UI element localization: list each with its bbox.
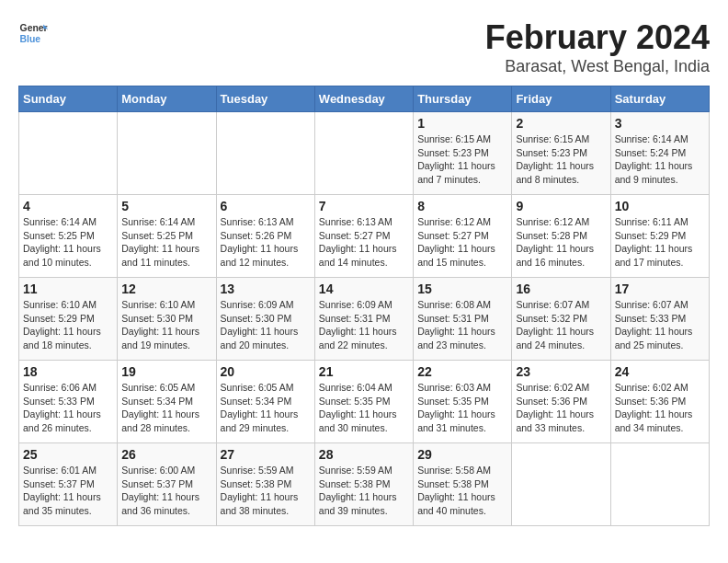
day-number: 7 — [319, 199, 409, 213]
day-cell: 25Sunrise: 6:01 AM Sunset: 5:37 PM Dayli… — [19, 443, 118, 526]
day-number: 12 — [121, 282, 211, 296]
day-number: 14 — [319, 282, 409, 296]
day-number: 11 — [23, 282, 113, 296]
header-cell-tuesday: Tuesday — [216, 86, 314, 112]
day-cell: 15Sunrise: 6:08 AM Sunset: 5:31 PM Dayli… — [414, 278, 512, 361]
day-number: 20 — [221, 364, 311, 379]
header-cell-friday: Friday — [512, 86, 610, 112]
day-cell — [610, 443, 709, 526]
day-number: 4 — [23, 199, 113, 213]
day-info: Sunrise: 5:59 AM Sunset: 5:38 PM Dayligh… — [319, 464, 409, 518]
calendar-header: SundayMondayTuesdayWednesdayThursdayFrid… — [19, 86, 710, 112]
day-number: 22 — [417, 364, 507, 379]
header-row: SundayMondayTuesdayWednesdayThursdayFrid… — [19, 86, 710, 112]
day-number: 15 — [417, 282, 507, 296]
day-info: Sunrise: 6:13 AM Sunset: 5:26 PM Dayligh… — [221, 215, 311, 270]
week-row-1: 1Sunrise: 6:15 AM Sunset: 5:23 PM Daylig… — [19, 112, 710, 195]
calendar-body: 1Sunrise: 6:15 AM Sunset: 5:23 PM Daylig… — [19, 112, 710, 526]
day-cell: 18Sunrise: 6:06 AM Sunset: 5:33 PM Dayli… — [19, 361, 118, 443]
day-info: Sunrise: 6:05 AM Sunset: 5:34 PM Dayligh… — [121, 381, 211, 435]
day-info: Sunrise: 6:01 AM Sunset: 5:37 PM Dayligh… — [23, 464, 113, 518]
day-info: Sunrise: 6:12 AM Sunset: 5:27 PM Dayligh… — [417, 215, 507, 270]
header-cell-monday: Monday — [118, 86, 216, 112]
day-cell: 20Sunrise: 6:05 AM Sunset: 5:34 PM Dayli… — [216, 361, 314, 443]
day-cell: 12Sunrise: 6:10 AM Sunset: 5:30 PM Dayli… — [118, 278, 216, 361]
day-number: 3 — [615, 116, 705, 131]
day-number: 9 — [516, 199, 606, 213]
day-cell: 16Sunrise: 6:07 AM Sunset: 5:32 PM Dayli… — [512, 278, 610, 361]
title-block: February 2024 Barasat, West Bengal, Indi… — [485, 18, 710, 76]
day-cell: 22Sunrise: 6:03 AM Sunset: 5:35 PM Dayli… — [414, 361, 512, 443]
day-cell: 2Sunrise: 6:15 AM Sunset: 5:23 PM Daylig… — [512, 112, 610, 195]
day-number: 17 — [615, 282, 705, 296]
day-info: Sunrise: 6:11 AM Sunset: 5:29 PM Dayligh… — [615, 215, 705, 270]
day-info: Sunrise: 6:02 AM Sunset: 5:36 PM Dayligh… — [516, 381, 606, 435]
day-number: 16 — [516, 282, 606, 296]
day-cell: 10Sunrise: 6:11 AM Sunset: 5:29 PM Dayli… — [610, 195, 709, 278]
week-row-3: 11Sunrise: 6:10 AM Sunset: 5:29 PM Dayli… — [19, 278, 710, 361]
day-cell: 5Sunrise: 6:14 AM Sunset: 5:25 PM Daylig… — [118, 195, 216, 278]
day-info: Sunrise: 6:15 AM Sunset: 5:23 PM Dayligh… — [417, 132, 507, 187]
day-info: Sunrise: 6:03 AM Sunset: 5:35 PM Dayligh… — [417, 381, 507, 435]
day-number: 6 — [221, 199, 311, 213]
day-cell: 17Sunrise: 6:07 AM Sunset: 5:33 PM Dayli… — [610, 278, 709, 361]
logo-icon: General Blue — [18, 18, 48, 48]
day-cell: 6Sunrise: 6:13 AM Sunset: 5:26 PM Daylig… — [216, 195, 314, 278]
header-cell-saturday: Saturday — [610, 86, 709, 112]
day-cell — [118, 112, 216, 195]
day-number: 27 — [221, 447, 311, 462]
day-number: 25 — [23, 447, 113, 462]
day-info: Sunrise: 6:06 AM Sunset: 5:33 PM Dayligh… — [23, 381, 113, 435]
day-cell: 3Sunrise: 6:14 AM Sunset: 5:24 PM Daylig… — [610, 112, 709, 195]
header: General Blue February 2024 Barasat, West… — [18, 18, 710, 76]
day-number: 10 — [615, 199, 705, 213]
subtitle: Barasat, West Bengal, India — [485, 57, 710, 76]
week-row-4: 18Sunrise: 6:06 AM Sunset: 5:33 PM Dayli… — [19, 361, 710, 443]
week-row-2: 4Sunrise: 6:14 AM Sunset: 5:25 PM Daylig… — [19, 195, 710, 278]
day-number: 23 — [516, 364, 606, 379]
day-info: Sunrise: 6:10 AM Sunset: 5:29 PM Dayligh… — [23, 298, 113, 352]
day-info: Sunrise: 6:09 AM Sunset: 5:31 PM Dayligh… — [319, 298, 409, 352]
day-number: 21 — [319, 364, 409, 379]
day-info: Sunrise: 6:07 AM Sunset: 5:32 PM Dayligh… — [516, 298, 606, 352]
svg-text:Blue: Blue — [20, 34, 41, 44]
day-cell: 13Sunrise: 6:09 AM Sunset: 5:30 PM Dayli… — [216, 278, 314, 361]
day-cell: 29Sunrise: 5:58 AM Sunset: 5:38 PM Dayli… — [414, 443, 512, 526]
header-cell-sunday: Sunday — [19, 86, 118, 112]
day-number: 26 — [121, 447, 211, 462]
day-cell: 21Sunrise: 6:04 AM Sunset: 5:35 PM Dayli… — [314, 361, 413, 443]
day-cell: 28Sunrise: 5:59 AM Sunset: 5:38 PM Dayli… — [314, 443, 413, 526]
day-number: 13 — [221, 282, 311, 296]
header-cell-thursday: Thursday — [414, 86, 512, 112]
logo: General Blue — [18, 18, 48, 48]
day-cell — [314, 112, 413, 195]
week-row-5: 25Sunrise: 6:01 AM Sunset: 5:37 PM Dayli… — [19, 443, 710, 526]
day-cell: 9Sunrise: 6:12 AM Sunset: 5:28 PM Daylig… — [512, 195, 610, 278]
header-cell-wednesday: Wednesday — [314, 86, 413, 112]
day-info: Sunrise: 6:15 AM Sunset: 5:23 PM Dayligh… — [516, 132, 606, 187]
day-cell: 4Sunrise: 6:14 AM Sunset: 5:25 PM Daylig… — [19, 195, 118, 278]
day-info: Sunrise: 6:08 AM Sunset: 5:31 PM Dayligh… — [417, 298, 507, 352]
day-number: 1 — [417, 116, 507, 131]
day-number: 19 — [121, 364, 211, 379]
calendar-table: SundayMondayTuesdayWednesdayThursdayFrid… — [18, 86, 710, 526]
day-info: Sunrise: 6:02 AM Sunset: 5:36 PM Dayligh… — [615, 381, 705, 435]
day-info: Sunrise: 5:59 AM Sunset: 5:38 PM Dayligh… — [221, 464, 311, 518]
day-info: Sunrise: 6:14 AM Sunset: 5:25 PM Dayligh… — [121, 215, 211, 270]
day-info: Sunrise: 5:58 AM Sunset: 5:38 PM Dayligh… — [417, 464, 507, 518]
day-info: Sunrise: 6:00 AM Sunset: 5:37 PM Dayligh… — [121, 464, 211, 518]
day-info: Sunrise: 6:10 AM Sunset: 5:30 PM Dayligh… — [121, 298, 211, 352]
day-number: 24 — [615, 364, 705, 379]
main-title: February 2024 — [485, 18, 710, 57]
day-cell: 1Sunrise: 6:15 AM Sunset: 5:23 PM Daylig… — [414, 112, 512, 195]
day-cell: 23Sunrise: 6:02 AM Sunset: 5:36 PM Dayli… — [512, 361, 610, 443]
day-info: Sunrise: 6:05 AM Sunset: 5:34 PM Dayligh… — [221, 381, 311, 435]
day-cell — [19, 112, 118, 195]
day-info: Sunrise: 6:13 AM Sunset: 5:27 PM Dayligh… — [319, 215, 409, 270]
day-info: Sunrise: 6:14 AM Sunset: 5:24 PM Dayligh… — [615, 132, 705, 187]
day-cell: 24Sunrise: 6:02 AM Sunset: 5:36 PM Dayli… — [610, 361, 709, 443]
day-cell: 14Sunrise: 6:09 AM Sunset: 5:31 PM Dayli… — [314, 278, 413, 361]
day-number: 5 — [121, 199, 211, 213]
day-number: 2 — [516, 116, 606, 131]
day-info: Sunrise: 6:07 AM Sunset: 5:33 PM Dayligh… — [615, 298, 705, 352]
